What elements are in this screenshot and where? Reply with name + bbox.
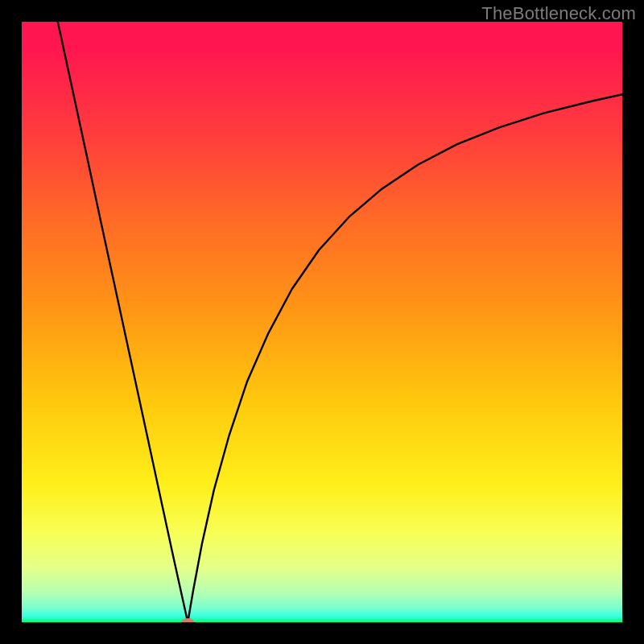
chart-frame: TheBottleneck.com [0,0,644,644]
plot-area [22,22,622,622]
bottleneck-curve [22,22,622,622]
curve-path [58,22,622,622]
watermark-text: TheBottleneck.com [481,3,636,24]
minimum-marker [181,618,194,622]
